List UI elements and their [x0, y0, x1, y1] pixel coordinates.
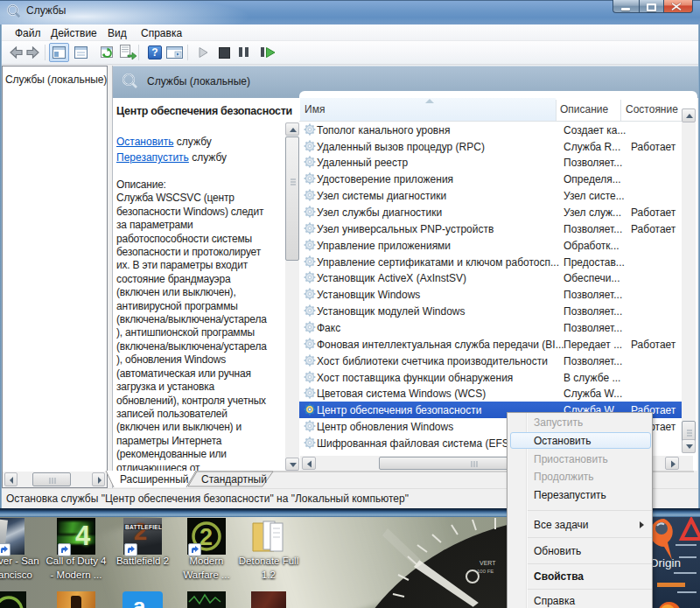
svg-text:Расширенный: Расширенный: [120, 473, 189, 486]
svg-text:2: 2: [200, 524, 213, 550]
svg-text:Стандартный: Стандартный: [201, 473, 267, 486]
